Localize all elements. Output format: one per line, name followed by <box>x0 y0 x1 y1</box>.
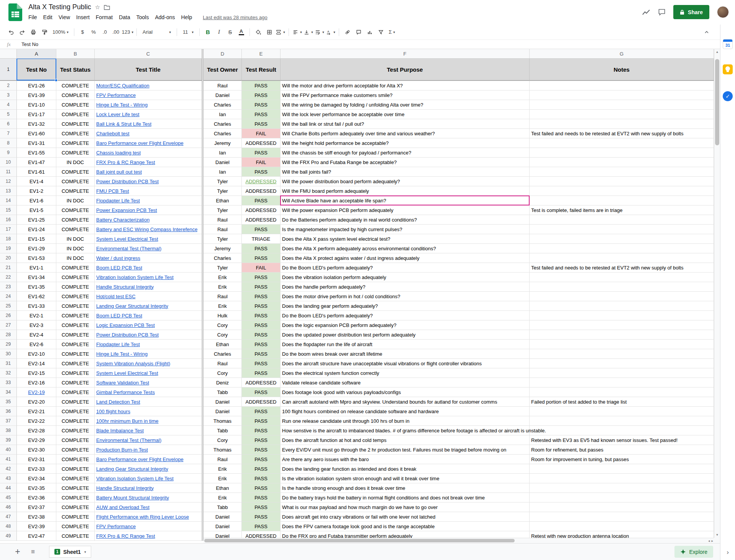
cell-E24[interactable]: PASS <box>242 292 281 301</box>
paint-format-button[interactable] <box>39 27 49 37</box>
column-header-G[interactable]: G <box>530 49 714 58</box>
cell-D14[interactable]: Ethan <box>203 196 242 205</box>
user-avatar[interactable] <box>717 6 729 18</box>
tasks-icon[interactable]: ✓ <box>723 91 733 101</box>
star-icon[interactable]: ☆ <box>95 4 100 11</box>
test-title-link[interactable]: Battery and ESC Wiring Compass Interefen… <box>96 227 197 232</box>
row-header-34[interactable]: 34 <box>0 388 17 397</box>
cell-B31[interactable]: COMPLETE <box>56 359 95 368</box>
row-header-1[interactable]: 1 <box>0 59 17 81</box>
cell-D35[interactable]: Daniel <box>203 397 242 407</box>
cell-G17[interactable] <box>530 225 714 234</box>
cell-G12[interactable] <box>530 177 714 186</box>
test-title-link[interactable]: Power Distribution PCB Test <box>96 332 159 338</box>
cell-F11[interactable]: Will the ball joints fail? <box>281 167 530 177</box>
add-sheet-button[interactable]: + <box>12 547 23 557</box>
cell-A24[interactable]: EV1-62 <box>17 292 56 301</box>
cell-C36[interactable]: 100 flight hours <box>95 407 202 416</box>
cell-G46[interactable] <box>530 503 714 512</box>
cell-C30[interactable]: Hinge Life Test - Wiring <box>95 349 202 359</box>
cell-E30[interactable]: PASS <box>242 349 281 359</box>
cell-A30[interactable]: EV2-10 <box>17 349 56 359</box>
test-title-link[interactable]: Battery Mount Structural Integrity <box>96 495 169 501</box>
cell-A12[interactable]: EV1-4 <box>17 177 56 186</box>
cell-F25[interactable]: Does the landing gear perform adequately… <box>281 301 530 311</box>
row-header-12[interactable]: 12 <box>0 177 17 186</box>
cell-C40[interactable]: Production Burn-in Test <box>95 445 202 455</box>
cell-E41[interactable]: PASS <box>242 455 281 464</box>
cell-D15[interactable]: Tyler <box>203 205 242 215</box>
cell-F17[interactable]: Is the magnetometer impacted by high cur… <box>281 225 530 234</box>
cell-C11[interactable]: Ball joint pull out test <box>95 167 202 177</box>
cell-D41[interactable]: Raul <box>203 455 242 464</box>
last-edit-link[interactable]: Last edit was 28 minutes ago <box>203 15 267 20</box>
test-title-link[interactable]: Hot/cold test ESC <box>96 294 136 299</box>
cell-C29[interactable]: Flopdapter Life Test <box>95 340 202 349</box>
comment-icon[interactable] <box>658 8 666 16</box>
row-header-31[interactable]: 31 <box>0 359 17 368</box>
cell-A29[interactable]: EV2-6 <box>17 340 56 349</box>
cell-F41[interactable]: Are there any aero issues with the baro <box>281 455 530 464</box>
cell-G29[interactable] <box>530 340 714 349</box>
test-title-link[interactable]: FMU PCB Test <box>96 188 129 194</box>
cell-E38[interactable]: PASS <box>242 426 281 435</box>
cell-A34[interactable]: EV2-19 <box>17 388 56 397</box>
cell-G24[interactable] <box>530 292 714 301</box>
row-header-28[interactable]: 28 <box>0 330 17 340</box>
insert-comment-button[interactable] <box>353 27 364 37</box>
increase-decimals-button[interactable]: .00 <box>111 27 121 37</box>
cell-D42[interactable]: Erik <box>203 464 242 474</box>
row-header-26[interactable]: 26 <box>0 311 17 320</box>
cell-D20[interactable]: Charles <box>203 253 242 263</box>
cell-F44[interactable]: Is the handle strong enough and does it … <box>281 483 530 493</box>
strikethrough-button[interactable]: S <box>225 27 235 37</box>
cell-C31[interactable]: System Vibration Analysis (Flight) <box>95 359 202 368</box>
row-header-41[interactable]: 41 <box>0 455 17 464</box>
cell-C10[interactable]: FRX Pro & RC Range Test <box>95 158 202 167</box>
test-title-link[interactable]: Flopdapter Life Test <box>96 198 140 204</box>
test-title-link[interactable]: System Vibration Analysis (Flight) <box>96 361 170 366</box>
row-header-33[interactable]: 33 <box>0 378 17 388</box>
cell-B5[interactable]: COMPLETE <box>56 110 95 119</box>
test-title-link[interactable]: Production Burn-in Test <box>96 447 148 453</box>
row-header-23[interactable]: 23 <box>0 282 17 292</box>
cell-C32[interactable]: System Level Electrical Test <box>95 368 202 378</box>
cell-E12[interactable]: ADDRESSED <box>242 177 281 186</box>
cell-D17[interactable]: Raul <box>203 225 242 234</box>
cell-G25[interactable] <box>530 301 714 311</box>
cell-G38[interactable] <box>530 426 714 435</box>
cell-B20[interactable]: IN DOC <box>56 253 95 263</box>
cell-B16[interactable]: COMPLETE <box>56 215 95 225</box>
cell-A6[interactable]: EV1-32 <box>17 119 56 129</box>
menu-help[interactable]: Help <box>178 13 195 21</box>
sheet-menu-caret[interactable]: ▾ <box>84 550 86 554</box>
cell-B23[interactable]: COMPLETE <box>56 282 95 292</box>
cell-C47[interactable]: Flight Performance with Ring Lever Loose <box>95 512 202 522</box>
row-header-42[interactable]: 42 <box>0 464 17 474</box>
cell-A22[interactable]: EV1-34 <box>17 273 56 282</box>
cell-B42[interactable]: COMPLETE <box>56 464 95 474</box>
cell-C7[interactable]: Charliebolt test <box>95 129 202 138</box>
cell-A19[interactable]: EV1-29 <box>17 244 56 253</box>
cell-E43[interactable]: PASS <box>242 474 281 483</box>
cell-B41[interactable]: COMPLETE <box>56 455 95 464</box>
cell-E26[interactable]: PASS <box>242 311 281 320</box>
cell-D6[interactable]: Charles <box>203 119 242 129</box>
share-button[interactable]: Share <box>673 5 709 19</box>
cell-A20[interactable]: EV1-53 <box>17 253 56 263</box>
cell-F2[interactable]: Will the motor and drive perform accepta… <box>281 81 530 90</box>
cell-A46[interactable]: EV2-37 <box>17 503 56 512</box>
cell-B35[interactable]: COMPLETE <box>56 397 95 407</box>
scroll-up-arrow[interactable]: ▲ <box>714 49 720 55</box>
cell-F6[interactable]: Will the ball link or strut fail / pull … <box>281 119 530 129</box>
merge-cells-button[interactable]: ▾ <box>275 27 285 37</box>
cell-G36[interactable] <box>530 407 714 416</box>
cell-D9[interactable]: Ian <box>203 148 242 158</box>
cell-A15[interactable]: EV1-5 <box>17 205 56 215</box>
cell-F26[interactable]: Do the Boom LED's perform adequately? <box>281 311 530 320</box>
all-sheets-button[interactable]: ≡ <box>28 548 38 556</box>
cell-D5[interactable]: Ian <box>203 110 242 119</box>
cell-D31[interactable]: Raul <box>203 359 242 368</box>
cell-B25[interactable]: COMPLETE <box>56 301 95 311</box>
test-title-link[interactable]: Battery Characterization <box>96 217 149 223</box>
